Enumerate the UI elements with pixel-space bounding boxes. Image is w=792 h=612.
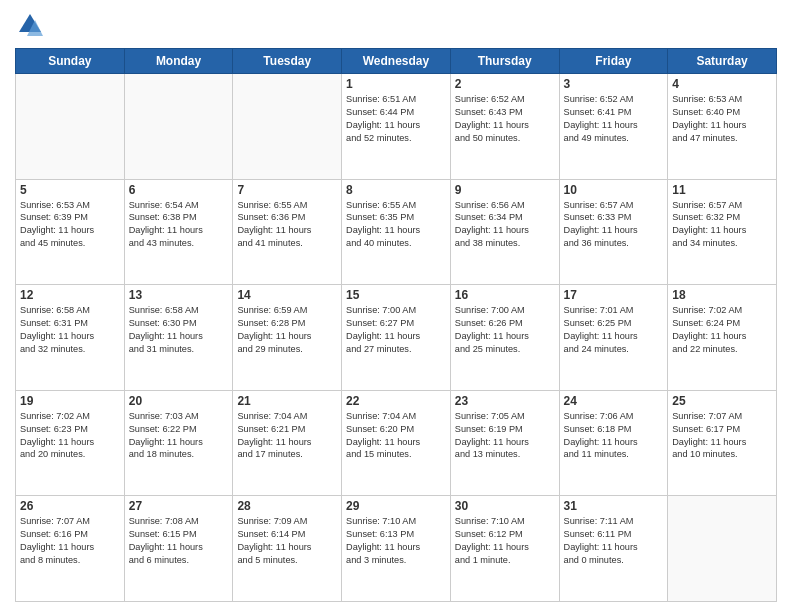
day-number: 13 bbox=[129, 288, 229, 302]
day-info: Sunrise: 7:07 AM Sunset: 6:17 PM Dayligh… bbox=[672, 410, 772, 462]
day-info: Sunrise: 7:03 AM Sunset: 6:22 PM Dayligh… bbox=[129, 410, 229, 462]
day-info: Sunrise: 7:10 AM Sunset: 6:12 PM Dayligh… bbox=[455, 515, 555, 567]
day-info: Sunrise: 6:57 AM Sunset: 6:32 PM Dayligh… bbox=[672, 199, 772, 251]
day-header-monday: Monday bbox=[124, 49, 233, 74]
day-info: Sunrise: 7:02 AM Sunset: 6:23 PM Dayligh… bbox=[20, 410, 120, 462]
logo bbox=[15, 10, 49, 40]
day-info: Sunrise: 7:07 AM Sunset: 6:16 PM Dayligh… bbox=[20, 515, 120, 567]
calendar-cell: 21Sunrise: 7:04 AM Sunset: 6:21 PM Dayli… bbox=[233, 390, 342, 496]
calendar-cell: 3Sunrise: 6:52 AM Sunset: 6:41 PM Daylig… bbox=[559, 74, 668, 180]
day-info: Sunrise: 6:52 AM Sunset: 6:43 PM Dayligh… bbox=[455, 93, 555, 145]
calendar-cell: 20Sunrise: 7:03 AM Sunset: 6:22 PM Dayli… bbox=[124, 390, 233, 496]
calendar-cell: 28Sunrise: 7:09 AM Sunset: 6:14 PM Dayli… bbox=[233, 496, 342, 602]
day-number: 1 bbox=[346, 77, 446, 91]
calendar-cell: 31Sunrise: 7:11 AM Sunset: 6:11 PM Dayli… bbox=[559, 496, 668, 602]
calendar-cell bbox=[668, 496, 777, 602]
day-info: Sunrise: 6:58 AM Sunset: 6:30 PM Dayligh… bbox=[129, 304, 229, 356]
day-number: 23 bbox=[455, 394, 555, 408]
calendar-cell: 17Sunrise: 7:01 AM Sunset: 6:25 PM Dayli… bbox=[559, 285, 668, 391]
logo-icon bbox=[15, 10, 45, 40]
day-number: 16 bbox=[455, 288, 555, 302]
day-info: Sunrise: 7:04 AM Sunset: 6:20 PM Dayligh… bbox=[346, 410, 446, 462]
calendar-cell: 29Sunrise: 7:10 AM Sunset: 6:13 PM Dayli… bbox=[342, 496, 451, 602]
day-info: Sunrise: 7:00 AM Sunset: 6:27 PM Dayligh… bbox=[346, 304, 446, 356]
day-info: Sunrise: 7:09 AM Sunset: 6:14 PM Dayligh… bbox=[237, 515, 337, 567]
calendar-cell: 24Sunrise: 7:06 AM Sunset: 6:18 PM Dayli… bbox=[559, 390, 668, 496]
day-number: 15 bbox=[346, 288, 446, 302]
week-row-2: 12Sunrise: 6:58 AM Sunset: 6:31 PM Dayli… bbox=[16, 285, 777, 391]
calendar-cell: 1Sunrise: 6:51 AM Sunset: 6:44 PM Daylig… bbox=[342, 74, 451, 180]
calendar-cell: 15Sunrise: 7:00 AM Sunset: 6:27 PM Dayli… bbox=[342, 285, 451, 391]
calendar-cell: 30Sunrise: 7:10 AM Sunset: 6:12 PM Dayli… bbox=[450, 496, 559, 602]
calendar-cell: 6Sunrise: 6:54 AM Sunset: 6:38 PM Daylig… bbox=[124, 179, 233, 285]
day-number: 24 bbox=[564, 394, 664, 408]
header bbox=[15, 10, 777, 40]
day-number: 22 bbox=[346, 394, 446, 408]
calendar-cell: 27Sunrise: 7:08 AM Sunset: 6:15 PM Dayli… bbox=[124, 496, 233, 602]
calendar-cell: 22Sunrise: 7:04 AM Sunset: 6:20 PM Dayli… bbox=[342, 390, 451, 496]
day-number: 2 bbox=[455, 77, 555, 91]
day-number: 19 bbox=[20, 394, 120, 408]
day-header-friday: Friday bbox=[559, 49, 668, 74]
calendar-cell: 18Sunrise: 7:02 AM Sunset: 6:24 PM Dayli… bbox=[668, 285, 777, 391]
day-info: Sunrise: 7:01 AM Sunset: 6:25 PM Dayligh… bbox=[564, 304, 664, 356]
calendar-cell: 14Sunrise: 6:59 AM Sunset: 6:28 PM Dayli… bbox=[233, 285, 342, 391]
day-header-saturday: Saturday bbox=[668, 49, 777, 74]
day-number: 10 bbox=[564, 183, 664, 197]
calendar-cell: 13Sunrise: 6:58 AM Sunset: 6:30 PM Dayli… bbox=[124, 285, 233, 391]
day-header-thursday: Thursday bbox=[450, 49, 559, 74]
day-info: Sunrise: 6:56 AM Sunset: 6:34 PM Dayligh… bbox=[455, 199, 555, 251]
week-row-4: 26Sunrise: 7:07 AM Sunset: 6:16 PM Dayli… bbox=[16, 496, 777, 602]
day-info: Sunrise: 7:11 AM Sunset: 6:11 PM Dayligh… bbox=[564, 515, 664, 567]
day-info: Sunrise: 6:55 AM Sunset: 6:36 PM Dayligh… bbox=[237, 199, 337, 251]
day-info: Sunrise: 6:59 AM Sunset: 6:28 PM Dayligh… bbox=[237, 304, 337, 356]
day-info: Sunrise: 7:04 AM Sunset: 6:21 PM Dayligh… bbox=[237, 410, 337, 462]
day-number: 12 bbox=[20, 288, 120, 302]
header-row: SundayMondayTuesdayWednesdayThursdayFrid… bbox=[16, 49, 777, 74]
day-number: 14 bbox=[237, 288, 337, 302]
day-info: Sunrise: 6:55 AM Sunset: 6:35 PM Dayligh… bbox=[346, 199, 446, 251]
calendar-cell: 12Sunrise: 6:58 AM Sunset: 6:31 PM Dayli… bbox=[16, 285, 125, 391]
day-number: 26 bbox=[20, 499, 120, 513]
day-info: Sunrise: 7:06 AM Sunset: 6:18 PM Dayligh… bbox=[564, 410, 664, 462]
calendar-cell: 23Sunrise: 7:05 AM Sunset: 6:19 PM Dayli… bbox=[450, 390, 559, 496]
day-info: Sunrise: 6:58 AM Sunset: 6:31 PM Dayligh… bbox=[20, 304, 120, 356]
day-header-tuesday: Tuesday bbox=[233, 49, 342, 74]
day-number: 3 bbox=[564, 77, 664, 91]
week-row-0: 1Sunrise: 6:51 AM Sunset: 6:44 PM Daylig… bbox=[16, 74, 777, 180]
calendar-cell: 5Sunrise: 6:53 AM Sunset: 6:39 PM Daylig… bbox=[16, 179, 125, 285]
calendar-cell: 25Sunrise: 7:07 AM Sunset: 6:17 PM Dayli… bbox=[668, 390, 777, 496]
day-number: 27 bbox=[129, 499, 229, 513]
day-number: 7 bbox=[237, 183, 337, 197]
day-header-wednesday: Wednesday bbox=[342, 49, 451, 74]
day-info: Sunrise: 7:08 AM Sunset: 6:15 PM Dayligh… bbox=[129, 515, 229, 567]
day-info: Sunrise: 7:10 AM Sunset: 6:13 PM Dayligh… bbox=[346, 515, 446, 567]
day-number: 31 bbox=[564, 499, 664, 513]
day-header-sunday: Sunday bbox=[16, 49, 125, 74]
calendar-cell bbox=[233, 74, 342, 180]
calendar-table: SundayMondayTuesdayWednesdayThursdayFrid… bbox=[15, 48, 777, 602]
day-info: Sunrise: 7:02 AM Sunset: 6:24 PM Dayligh… bbox=[672, 304, 772, 356]
day-number: 8 bbox=[346, 183, 446, 197]
page: SundayMondayTuesdayWednesdayThursdayFrid… bbox=[0, 0, 792, 612]
calendar-cell: 11Sunrise: 6:57 AM Sunset: 6:32 PM Dayli… bbox=[668, 179, 777, 285]
calendar-cell: 2Sunrise: 6:52 AM Sunset: 6:43 PM Daylig… bbox=[450, 74, 559, 180]
calendar-cell: 16Sunrise: 7:00 AM Sunset: 6:26 PM Dayli… bbox=[450, 285, 559, 391]
day-number: 21 bbox=[237, 394, 337, 408]
day-info: Sunrise: 6:54 AM Sunset: 6:38 PM Dayligh… bbox=[129, 199, 229, 251]
calendar-cell: 26Sunrise: 7:07 AM Sunset: 6:16 PM Dayli… bbox=[16, 496, 125, 602]
day-info: Sunrise: 6:51 AM Sunset: 6:44 PM Dayligh… bbox=[346, 93, 446, 145]
day-number: 11 bbox=[672, 183, 772, 197]
day-number: 29 bbox=[346, 499, 446, 513]
day-info: Sunrise: 7:05 AM Sunset: 6:19 PM Dayligh… bbox=[455, 410, 555, 462]
day-info: Sunrise: 6:53 AM Sunset: 6:40 PM Dayligh… bbox=[672, 93, 772, 145]
day-info: Sunrise: 6:52 AM Sunset: 6:41 PM Dayligh… bbox=[564, 93, 664, 145]
day-info: Sunrise: 7:00 AM Sunset: 6:26 PM Dayligh… bbox=[455, 304, 555, 356]
day-number: 18 bbox=[672, 288, 772, 302]
week-row-1: 5Sunrise: 6:53 AM Sunset: 6:39 PM Daylig… bbox=[16, 179, 777, 285]
day-number: 30 bbox=[455, 499, 555, 513]
calendar-cell: 19Sunrise: 7:02 AM Sunset: 6:23 PM Dayli… bbox=[16, 390, 125, 496]
day-number: 4 bbox=[672, 77, 772, 91]
day-number: 6 bbox=[129, 183, 229, 197]
calendar-cell bbox=[16, 74, 125, 180]
